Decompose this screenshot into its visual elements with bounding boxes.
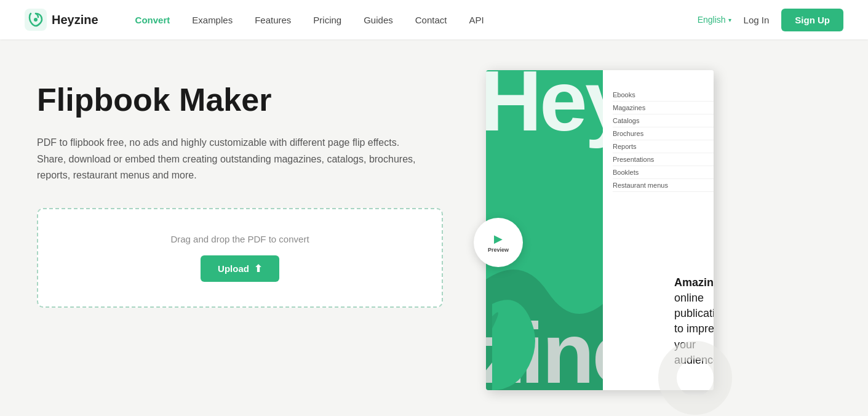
sidebar-item-reports: Reports — [613, 140, 714, 153]
hero-description: PDF to flipbook free, no ads and highly … — [37, 135, 418, 183]
sidebar-item-brochures: Brochures — [613, 127, 714, 140]
sidebar-item-ebooks: Ebooks — [613, 89, 714, 102]
sidebar-item-magazines: Magazines — [613, 102, 714, 114]
signup-button[interactable]: Sign Up — [781, 9, 843, 31]
hero-title: Flipbook Maker — [37, 82, 455, 118]
sidebar-item-catalogs: Catalogs — [613, 114, 714, 127]
book-sidebar: Ebooks Magazines Catalogs Brochures Repo… — [603, 70, 714, 202]
nav-convert[interactable]: Convert — [135, 15, 170, 25]
chevron-down-icon: ▾ — [728, 17, 731, 23]
nav-api[interactable]: API — [469, 15, 484, 25]
play-icon: ▶ — [494, 232, 503, 246]
nav-pricing[interactable]: Pricing — [313, 15, 341, 25]
preview-button[interactable]: ▶ Preview — [474, 218, 523, 267]
decorative-circle — [658, 341, 732, 415]
logo-text: Heyzine — [52, 13, 98, 27]
left-section: Flipbook Maker PDF to flipbook free, no … — [37, 76, 455, 308]
flipbook-preview: Hey zine Ebooks Magazines Catalogs Broch… — [480, 70, 714, 402]
language-selector[interactable]: English ▾ — [698, 15, 731, 25]
logo-icon — [25, 9, 47, 31]
nav-guides[interactable]: Guides — [364, 15, 393, 25]
upload-icon: ⬆ — [254, 263, 262, 274]
nav-examples[interactable]: Examples — [192, 15, 233, 25]
book-page: Hey zine Ebooks Magazines Catalogs Broch… — [486, 70, 714, 390]
svg-point-1 — [34, 18, 38, 22]
upload-zone[interactable]: Drag and drop the PDF to convert Upload … — [37, 208, 443, 308]
sidebar-item-presentations: Presentations — [613, 153, 714, 166]
right-section: Hey zine Ebooks Magazines Catalogs Broch… — [480, 70, 720, 402]
green-d-shape — [492, 267, 547, 390]
nav-features[interactable]: Features — [255, 15, 291, 25]
header: Heyzine Convert Examples Features Pricin… — [0, 0, 868, 39]
preview-label: Preview — [488, 247, 509, 253]
language-label: English — [698, 15, 726, 25]
sidebar-item-restaurant: Restaurant menus — [613, 179, 714, 192]
main-nav: Convert Examples Features Pricing Guides… — [135, 15, 698, 25]
nav-contact[interactable]: Contact — [415, 15, 447, 25]
upload-hint: Drag and drop the PDF to convert — [170, 234, 309, 244]
header-right: English ▾ Log In Sign Up — [698, 9, 843, 31]
book-hey-text: Hey — [486, 70, 603, 144]
logo[interactable]: Heyzine — [25, 9, 98, 31]
upload-button[interactable]: Upload ⬆ — [201, 255, 279, 282]
sidebar-item-booklets: Booklets — [613, 166, 714, 179]
main-content: Flipbook Maker PDF to flipbook free, no … — [0, 39, 868, 416]
upload-label: Upload — [218, 263, 249, 274]
login-link[interactable]: Log In — [744, 15, 770, 25]
